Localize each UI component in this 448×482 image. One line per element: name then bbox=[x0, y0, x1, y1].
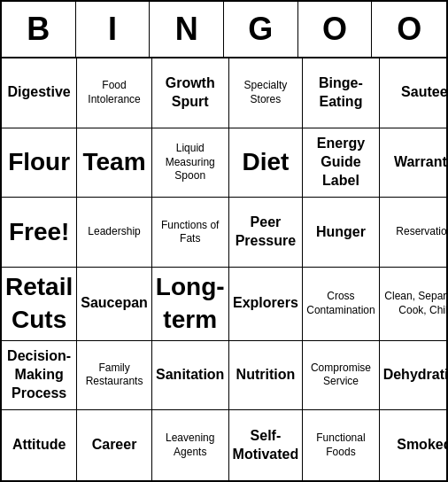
bingo-cell: Energy Guide Label bbox=[303, 128, 379, 198]
bingo-cell: Functional Foods bbox=[303, 410, 379, 480]
header-letter: I bbox=[76, 2, 151, 57]
bingo-cell: Free! bbox=[2, 198, 77, 268]
cell-text: Liquid Measuring Spoon bbox=[156, 142, 225, 183]
bingo-cell: Specialty Stores bbox=[229, 58, 304, 128]
cell-text: Self-Motivated bbox=[233, 427, 299, 464]
bingo-cell: Functions of Fats bbox=[152, 198, 229, 268]
cell-text: Dehydration bbox=[383, 366, 448, 385]
cell-text: Peer Pressure bbox=[233, 214, 299, 251]
cell-text: Saucepan bbox=[81, 294, 148, 313]
bingo-cell: Cross Contamination bbox=[303, 268, 379, 340]
bingo-cell: Attitude bbox=[2, 410, 77, 480]
bingo-cell: Nutrition bbox=[229, 341, 304, 411]
cell-text: Leavening Agents bbox=[156, 431, 225, 459]
cell-text: Attitude bbox=[12, 436, 66, 455]
cell-text: Compromise Service bbox=[306, 362, 375, 389]
bingo-cell: Self-Motivated bbox=[229, 410, 304, 480]
cell-text: Binge-Eating bbox=[306, 74, 375, 112]
cell-text: Diet bbox=[242, 146, 289, 178]
bingo-cell: Compromise Service bbox=[303, 341, 379, 411]
bingo-cell: Digestive bbox=[2, 58, 77, 128]
cell-text: Long-term bbox=[156, 271, 225, 336]
bingo-cell: Hunger bbox=[303, 198, 379, 268]
bingo-header: BINGOO bbox=[2, 2, 446, 58]
bingo-cell: Leadership bbox=[77, 198, 152, 268]
cell-text: Energy Guide Label bbox=[306, 135, 375, 190]
bingo-cell: Team bbox=[77, 128, 152, 198]
bingo-cell: Clean, Separate, Cook, Chill bbox=[380, 268, 448, 340]
header-letter: O bbox=[298, 2, 373, 57]
header-letter: G bbox=[224, 2, 298, 57]
cell-text: Sautee bbox=[401, 83, 447, 102]
bingo-cell: Peer Pressure bbox=[229, 198, 304, 268]
cell-text: Family Restaurants bbox=[81, 362, 148, 389]
bingo-cell: Decision-Making Process bbox=[2, 341, 77, 411]
bingo-cell: Growth Spurt bbox=[152, 58, 229, 128]
bingo-cell: Diet bbox=[229, 128, 304, 198]
cell-text: Growth Spurt bbox=[156, 74, 225, 112]
bingo-cell: Binge-Eating bbox=[303, 58, 379, 128]
bingo-cell: Warranty bbox=[380, 128, 448, 198]
cell-text: Food Intolerance bbox=[81, 79, 148, 106]
bingo-cell: Family Restaurants bbox=[77, 341, 152, 411]
bingo-cell: Leavening Agents bbox=[152, 410, 229, 480]
bingo-cell: Sautee bbox=[380, 58, 448, 128]
cell-text: Specialty Stores bbox=[233, 79, 299, 106]
bingo-cell: Sanitation bbox=[152, 341, 229, 411]
bingo-cell: Liquid Measuring Spoon bbox=[152, 128, 229, 198]
bingo-cell: Long-term bbox=[152, 268, 229, 340]
cell-text: Functional Foods bbox=[306, 431, 375, 459]
bingo-cell: Food Intolerance bbox=[77, 58, 152, 128]
bingo-grid: DigestiveFood IntoleranceGrowth SpurtSpe… bbox=[2, 58, 446, 480]
cell-text: Functions of Fats bbox=[156, 219, 225, 246]
cell-text: Smoked bbox=[397, 436, 448, 455]
cell-text: Retail Cuts bbox=[5, 271, 73, 336]
cell-text: Leadership bbox=[88, 225, 140, 239]
header-letter: O bbox=[372, 2, 446, 57]
bingo-cell: Saucepan bbox=[77, 268, 152, 340]
bingo-cell: Retail Cuts bbox=[2, 268, 77, 340]
cell-text: Nutrition bbox=[236, 366, 296, 385]
header-letter: N bbox=[150, 2, 224, 57]
bingo-card: BINGOO DigestiveFood IntoleranceGrowth S… bbox=[0, 0, 448, 482]
cell-text: Warranty bbox=[394, 153, 448, 172]
cell-text: Free! bbox=[9, 216, 69, 248]
cell-text: Digestive bbox=[8, 83, 71, 102]
cell-text: Clean, Separate, Cook, Chill bbox=[383, 290, 448, 317]
header-letter: B bbox=[2, 2, 76, 57]
bingo-cell: Explorers bbox=[229, 268, 304, 340]
cell-text: Hunger bbox=[316, 223, 366, 242]
cell-text: Sanitation bbox=[156, 366, 224, 385]
cell-text: Flour bbox=[8, 146, 70, 178]
bingo-cell: Career bbox=[77, 410, 152, 480]
bingo-cell: Flour bbox=[2, 128, 77, 198]
bingo-cell: Reservation bbox=[380, 198, 448, 268]
cell-text: Explorers bbox=[233, 294, 298, 313]
bingo-cell: Dehydration bbox=[380, 341, 448, 411]
cell-text: Decision-Making Process bbox=[5, 347, 73, 402]
cell-text: Career bbox=[92, 436, 137, 455]
cell-text: Team bbox=[83, 146, 146, 178]
bingo-cell: Smoked bbox=[380, 410, 448, 480]
cell-text: Cross Contamination bbox=[306, 290, 375, 317]
cell-text: Reservation bbox=[396, 225, 448, 239]
